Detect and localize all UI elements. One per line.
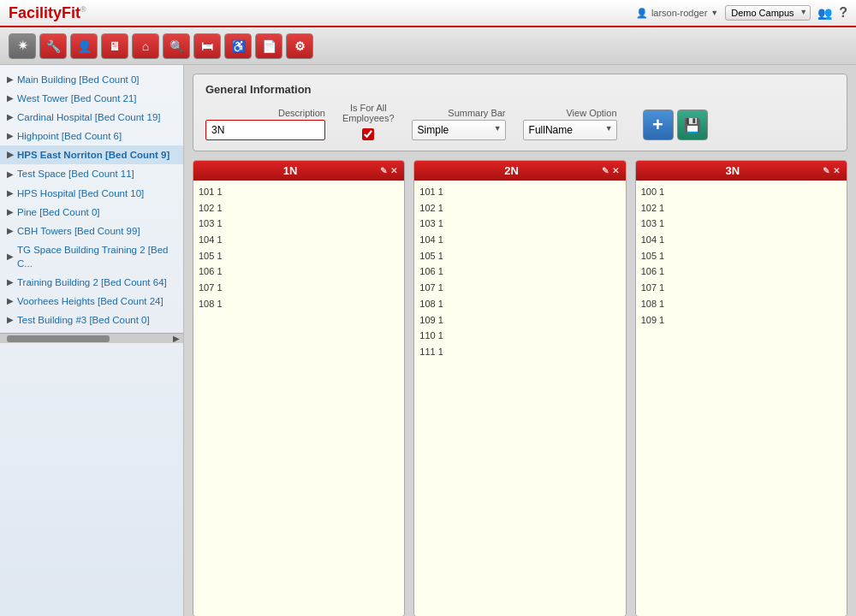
bed-entry-2N-4[interactable]: 105 1 bbox=[419, 248, 620, 264]
wrench-tool-button[interactable]: 🔧 bbox=[39, 33, 67, 59]
asterisk-tool-button[interactable]: ✴ bbox=[9, 33, 36, 59]
main-layout: ▶Main Building [Bed Count 0]▶West Tower … bbox=[0, 65, 856, 616]
sidebar-item-6[interactable]: ▶HPS Hospital [Bed Count 10] bbox=[0, 184, 183, 203]
bed-entry-2N-10[interactable]: 111 1 bbox=[419, 344, 620, 360]
bed-entry-2N-8[interactable]: 109 1 bbox=[419, 312, 620, 329]
sidebar-arrow-8: ▶ bbox=[7, 225, 14, 237]
bed-entry-2N-7[interactable]: 108 1 bbox=[419, 296, 620, 312]
sidebar-arrow-12: ▶ bbox=[7, 314, 14, 326]
close-icon-1N[interactable]: ✕ bbox=[390, 166, 397, 175]
bed-entry-1N-5[interactable]: 106 1 bbox=[199, 264, 399, 280]
bed-column-header-1N: 1N✎✕ bbox=[193, 161, 404, 181]
sidebar-item-2[interactable]: ▶Cardinal Hospital [Bed Count 19] bbox=[0, 108, 183, 127]
sidebar-item-12[interactable]: ▶Test Building #3 [Bed Count 0] bbox=[0, 311, 183, 329]
home-tool-button[interactable]: ⌂ bbox=[132, 33, 159, 59]
view-option-select[interactable]: FullName ShortName bbox=[523, 120, 617, 140]
topbar: FacilityFit® 👤 larson-rodger ▼ Demo Camp… bbox=[0, 0, 856, 27]
save-button[interactable]: 💾 bbox=[677, 110, 708, 140]
campus-select[interactable]: Demo Campus bbox=[725, 5, 811, 21]
pencil-icon-1N[interactable]: ✎ bbox=[380, 166, 387, 175]
bed-column-header-icons-2N: ✎✕ bbox=[602, 166, 619, 175]
user-area[interactable]: 👤 larson-rodger ▼ bbox=[636, 8, 718, 19]
bed-entry-3N-8[interactable]: 109 1 bbox=[641, 312, 841, 329]
bed-entry-3N-7[interactable]: 108 1 bbox=[641, 296, 841, 312]
bed-column-title-1N: 1N bbox=[200, 164, 380, 177]
wheelchair-tool-button[interactable]: ♿ bbox=[224, 33, 252, 59]
bed-column-header-icons-1N: ✎✕ bbox=[380, 166, 397, 175]
document-tool-button[interactable]: 📄 bbox=[255, 33, 282, 59]
monitor-tool-button[interactable]: 🖥 bbox=[101, 33, 128, 59]
sidebar-item-11[interactable]: ▶Voorhees Heights [Bed Count 24] bbox=[0, 292, 183, 311]
view-option-group: View Option FullName ShortName bbox=[523, 108, 617, 140]
bed-entry-2N-5[interactable]: 106 1 bbox=[419, 264, 620, 280]
sidebar-item-4[interactable]: ▶HPS East Norriton [Bed Count 9] bbox=[0, 145, 183, 164]
sidebar-item-8[interactable]: ▶CBH Towers [Bed Count 99] bbox=[0, 222, 183, 240]
logo-registered: ® bbox=[80, 5, 86, 14]
sidebar-arrow-6: ▶ bbox=[7, 187, 14, 199]
summary-bar-label: Summary Bar bbox=[412, 108, 506, 118]
bed-entry-1N-0[interactable]: 101 1 bbox=[199, 184, 399, 200]
bed-entry-3N-1[interactable]: 102 1 bbox=[641, 200, 841, 216]
bed-entry-1N-2[interactable]: 103 1 bbox=[199, 216, 399, 232]
sidebar-item-label-2: Cardinal Hospital [Bed Count 19] bbox=[17, 110, 161, 124]
sidebar-item-10[interactable]: ▶Training Building 2 [Bed Count 64] bbox=[0, 273, 183, 292]
sidebar-scrollbar[interactable]: ▶ bbox=[0, 333, 183, 343]
bed-entry-3N-4[interactable]: 105 1 bbox=[641, 248, 841, 264]
sidebar-item-9[interactable]: ▶TG Space Building Training 2 [Bed C... bbox=[0, 240, 183, 273]
bed-entry-2N-3[interactable]: 104 1 bbox=[419, 232, 620, 248]
sidebar-arrow-11: ▶ bbox=[7, 295, 14, 307]
sidebar-scrollbar-thumb[interactable] bbox=[7, 335, 110, 342]
bed-entry-1N-6[interactable]: 107 1 bbox=[199, 280, 399, 296]
sidebar-item-label-6: HPS Hospital [Bed Count 10] bbox=[17, 187, 144, 200]
sidebar: ▶Main Building [Bed Count 0]▶West Tower … bbox=[0, 65, 184, 616]
sidebar-arrow-10: ▶ bbox=[7, 276, 14, 288]
sidebar-item-7[interactable]: ▶Pine [Bed Count 0] bbox=[0, 203, 183, 222]
bed-entry-1N-3[interactable]: 104 1 bbox=[199, 232, 399, 248]
bed-entry-3N-2[interactable]: 103 1 bbox=[641, 216, 841, 232]
sidebar-item-label-0: Main Building [Bed Count 0] bbox=[17, 73, 140, 86]
sidebar-arrow-0: ▶ bbox=[7, 74, 14, 86]
close-icon-3N[interactable]: ✕ bbox=[833, 166, 840, 175]
sidebar-item-5[interactable]: ▶Test Space [Bed Count 11] bbox=[0, 164, 183, 183]
search-tool-button[interactable]: 🔍 bbox=[163, 33, 190, 59]
bed-entry-3N-5[interactable]: 106 1 bbox=[641, 264, 841, 280]
bed-entry-3N-0[interactable]: 100 1 bbox=[641, 184, 841, 200]
people-tool-button[interactable]: 👤 bbox=[70, 33, 98, 59]
bed-column-header-icons-3N: ✎✕ bbox=[823, 166, 840, 175]
sidebar-arrow-4: ▶ bbox=[7, 149, 14, 161]
general-info-fields: Description Is For AllEmployees? Summary… bbox=[205, 103, 835, 140]
bed-entry-2N-1[interactable]: 102 1 bbox=[419, 200, 620, 216]
pencil-icon-2N[interactable]: ✎ bbox=[602, 166, 609, 175]
gear-tool-button[interactable]: ⚙ bbox=[286, 33, 313, 59]
add-button[interactable]: + bbox=[643, 110, 674, 140]
bed-entry-3N-3[interactable]: 104 1 bbox=[641, 232, 841, 248]
sidebar-item-0[interactable]: ▶Main Building [Bed Count 0] bbox=[0, 70, 183, 89]
sidebar-arrow-9: ▶ bbox=[7, 251, 14, 263]
view-option-label: View Option bbox=[523, 108, 617, 118]
username-label: larson-rodger bbox=[651, 8, 707, 18]
sidebar-item-3[interactable]: ▶Highpoint [Bed Count 6] bbox=[0, 127, 183, 145]
summary-bar-select[interactable]: Simple Detailed None bbox=[412, 120, 506, 140]
general-info-panel: General Information Description Is For A… bbox=[193, 74, 847, 151]
bed-entry-3N-6[interactable]: 107 1 bbox=[641, 280, 841, 296]
bed-entry-1N-1[interactable]: 102 1 bbox=[199, 200, 399, 216]
user-icon: 👤 bbox=[636, 8, 648, 19]
sidebar-scroll-right-arrow[interactable]: ▶ bbox=[173, 334, 180, 343]
bed-entry-2N-6[interactable]: 107 1 bbox=[419, 280, 620, 296]
bed-entry-2N-9[interactable]: 110 1 bbox=[419, 328, 620, 344]
bed-entry-1N-7[interactable]: 108 1 bbox=[199, 296, 399, 312]
sidebar-item-label-4: HPS East Norriton [Bed Count 9] bbox=[17, 148, 169, 162]
is-for-all-checkbox[interactable] bbox=[362, 128, 374, 140]
is-for-all-group: Is For AllEmployees? bbox=[342, 103, 395, 140]
sidebar-item-1[interactable]: ▶West Tower [Bed Count 21] bbox=[0, 89, 183, 108]
help-icon[interactable]: ? bbox=[839, 5, 847, 21]
bed-entry-1N-4[interactable]: 105 1 bbox=[199, 248, 399, 264]
bed-column-title-3N: 3N bbox=[643, 164, 823, 177]
people-icon[interactable]: 👥 bbox=[817, 6, 832, 20]
pencil-icon-3N[interactable]: ✎ bbox=[823, 166, 829, 175]
close-icon-2N[interactable]: ✕ bbox=[612, 166, 619, 175]
description-input[interactable] bbox=[205, 120, 325, 140]
bed-entry-2N-0[interactable]: 101 1 bbox=[419, 184, 620, 200]
bed-entry-2N-2[interactable]: 103 1 bbox=[419, 216, 620, 232]
bed-tool-button[interactable]: 🛏 bbox=[193, 33, 221, 59]
